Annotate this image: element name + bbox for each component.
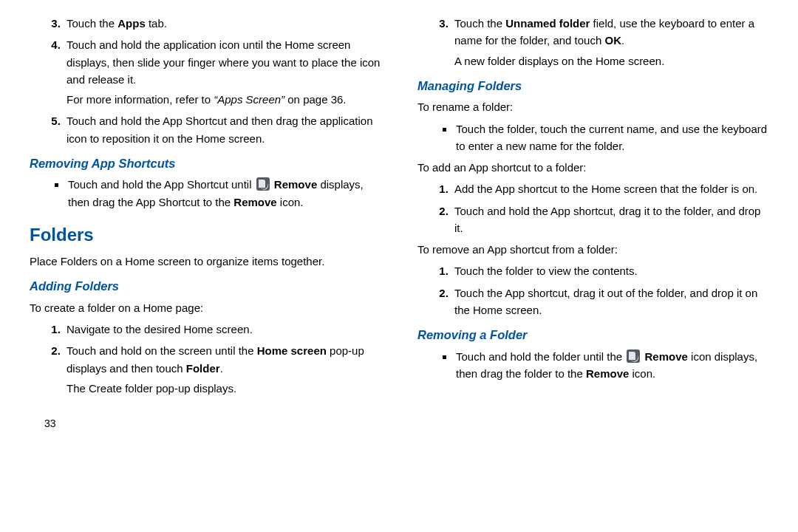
removefolder-bullets: Touch and hold the folder until the Remo… (417, 348, 768, 383)
heading-folders: Folders (30, 221, 381, 248)
remove-step-1: Touch the folder to view the contents. (451, 262, 768, 279)
step-subtext: The Create folder pop-up displays. (66, 380, 381, 397)
step-text: Touch the folder to view the contents. (454, 265, 638, 277)
remove-intro: To remove an App shortcut from a folder: (417, 241, 768, 258)
col2-step-3: Touch the Unnamed folder field, use the … (451, 15, 768, 69)
step-text: Add the App shortcut to the Home screen … (454, 183, 757, 195)
step-text: Touch and hold the application icon unti… (66, 38, 380, 86)
rename-bullet: Touch the folder, touch the current name… (454, 120, 768, 155)
add-intro: To add an App shortcut to a folder: (417, 159, 768, 176)
remove-icon (256, 177, 270, 191)
removefolder-bullet: Touch and hold the folder until the Remo… (454, 348, 768, 383)
step-subtext: A new folder displays on the Home screen… (454, 52, 768, 69)
heading-managing-folders: Managing Folders (417, 77, 768, 96)
step-text: Touch the App shortcut, drag it out of t… (454, 287, 757, 316)
steps-list: Touch the Apps tab. Touch and hold the a… (30, 15, 381, 147)
folders-intro: Place Folders on a Home screen to organi… (30, 253, 381, 270)
add-step-2: Touch and hold the App shortcut, drag it… (451, 202, 768, 237)
heading-adding-folders: Adding Folders (30, 277, 381, 296)
heading-removing-app-shortcuts: Removing App Shortcuts (30, 154, 381, 174)
step-5: Touch and hold the App Shortcut and then… (64, 112, 381, 147)
step-subtext: For more information, refer to “Apps Scr… (66, 91, 381, 108)
step-text: Touch the Unnamed folder field, use the … (454, 17, 754, 47)
adding-steps: Navigate to the desired Home screen. Tou… (30, 321, 381, 397)
step-text: Navigate to the desired Home screen. (66, 323, 253, 335)
step-3: Touch the Apps tab. (64, 15, 381, 32)
rename-intro: To rename a folder: (417, 98, 768, 115)
remove-icon (627, 349, 640, 363)
add-steps: Add the App shortcut to the Home screen … (417, 180, 768, 236)
add-step-1: Add the App shortcut to the Home screen … (451, 180, 768, 197)
step-text: Touch the Apps tab. (66, 17, 167, 30)
remove-steps: Touch the folder to view the contents. T… (417, 262, 768, 318)
adding-step-1: Navigate to the desired Home screen. (64, 321, 381, 338)
bullet-list: Touch and hold the App Shortcut until Re… (30, 176, 381, 211)
col2-steps: Touch the Unnamed folder field, use the … (417, 15, 768, 69)
adding-step-2: Touch and hold on the screen until the H… (64, 342, 381, 397)
rename-bullets: Touch the folder, touch the current name… (417, 120, 768, 155)
heading-removing-a-folder: Removing a Folder (417, 326, 768, 345)
remove-step-2: Touch the App shortcut, drag it out of t… (451, 284, 768, 319)
step-text: Touch and hold the App Shortcut and then… (66, 115, 372, 144)
step-4: Touch and hold the application icon unti… (64, 36, 381, 108)
step-text: Touch and hold the App shortcut, drag it… (454, 205, 760, 234)
bullet-item: Touch and hold the App Shortcut until Re… (66, 176, 381, 211)
page-number: 33 (30, 416, 768, 432)
step-text: Touch and hold on the screen until the H… (66, 344, 364, 374)
adding-intro: To create a folder on a Home page: (30, 299, 381, 316)
